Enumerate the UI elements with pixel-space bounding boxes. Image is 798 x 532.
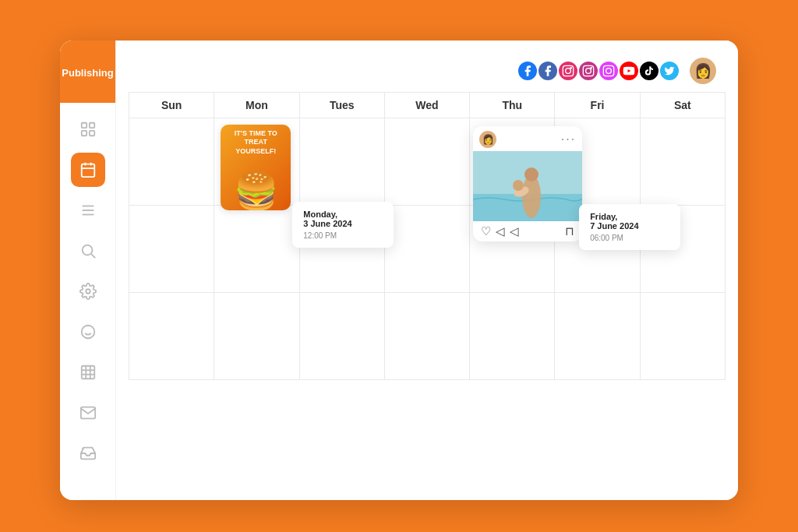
mail-icon xyxy=(79,404,97,421)
svg-rect-1 xyxy=(89,122,94,127)
table-icon xyxy=(79,364,97,381)
svg-rect-3 xyxy=(89,130,94,135)
insta-bookmark-icon[interactable]: ⊓ xyxy=(565,224,574,238)
svg-point-11 xyxy=(82,245,92,255)
food-event-inner: IT'S TIME TOTREATYOURSELF! 🍔 xyxy=(221,125,291,210)
day-cell-wed-3 xyxy=(385,293,470,380)
sidebar-icons xyxy=(71,103,105,500)
svg-rect-4 xyxy=(81,164,94,177)
insta-dots[interactable]: ··· xyxy=(561,133,576,146)
food-event-card[interactable]: IT'S TIME TOTREATYOURSELF! 🍔 xyxy=(221,125,291,210)
svg-point-36 xyxy=(513,180,524,191)
social-avatar-insta2[interactable] xyxy=(577,60,599,82)
search-icon xyxy=(79,242,97,259)
day-cell-mon-2 xyxy=(214,206,299,293)
social-avatar-youtube[interactable] xyxy=(618,60,640,82)
instagram-event-card[interactable]: 👩 ··· xyxy=(473,126,582,241)
svg-rect-22 xyxy=(563,65,573,76)
day-cell-wed-2 xyxy=(385,206,470,293)
calendar-grid: Sun Mon Tues Wed Thu Fri Sat IT'S TIME T… xyxy=(129,92,726,380)
day-cell-tues-1 xyxy=(300,118,385,206)
day-header-sun: Sun xyxy=(129,93,214,118)
day-header-tues: Tues xyxy=(300,93,385,118)
day-header-mon: Mon xyxy=(214,93,299,118)
day-header-thu: Thu xyxy=(470,93,555,118)
content-header: 👩 xyxy=(116,41,738,92)
social-avatar-twitter[interactable] xyxy=(659,60,680,82)
sidebar-item-settings[interactable] xyxy=(71,274,105,308)
header-right: 👩 xyxy=(520,58,716,84)
social-avatar-fb2[interactable] xyxy=(537,60,559,82)
sidebar-item-search[interactable] xyxy=(71,234,105,268)
svg-point-27 xyxy=(591,67,591,68)
day-cell-sun-1 xyxy=(129,118,214,206)
insta-tooltip-day: Friday,7 June 2024 xyxy=(590,212,669,231)
social-avatar-purple[interactable] xyxy=(598,60,620,82)
insta-avatar: 👩 xyxy=(479,131,496,148)
sidebar-item-inbox[interactable] xyxy=(71,436,105,470)
beach-scene-svg xyxy=(473,151,582,221)
insta-actions: ♡ ◁ ◁ ⊓ xyxy=(473,221,582,241)
svg-rect-25 xyxy=(583,65,593,76)
sidebar-item-table[interactable] xyxy=(71,355,105,389)
calendar: Sun Mon Tues Wed Thu Fri Sat IT'S TIME T… xyxy=(116,92,738,500)
sidebar-brand-label: Publishing xyxy=(62,67,113,79)
food-event-text: IT'S TIME TOTREATYOURSELF! xyxy=(225,129,286,157)
day-cell-wed-1 xyxy=(385,118,470,206)
svg-point-13 xyxy=(86,289,90,294)
main-content: 👩 Sun Mon Tues Wed Thu Fri Sat xyxy=(116,41,738,500)
settings-icon xyxy=(79,283,97,300)
insta-image xyxy=(473,151,582,221)
app-container: Publishing xyxy=(60,41,738,500)
food-emoji: 🍔 xyxy=(234,173,278,209)
day-cell-sun-2 xyxy=(129,206,214,293)
svg-rect-2 xyxy=(81,130,86,135)
user-avatar[interactable]: 👩 xyxy=(690,58,716,84)
day-header-fri: Fri xyxy=(555,93,640,118)
food-event-tooltip: Monday,3 June 2024 12:00 PM xyxy=(292,202,394,248)
social-avatar-facebook[interactable] xyxy=(517,60,538,82)
sidebar-item-calendar[interactable] xyxy=(71,153,105,187)
smile-icon xyxy=(79,323,97,340)
social-avatars xyxy=(520,60,680,82)
social-avatar-tiktok[interactable] xyxy=(638,60,660,82)
sidebar-item-smile[interactable] xyxy=(71,315,105,349)
insta-share-icon[interactable]: ◁ xyxy=(510,224,519,238)
svg-rect-17 xyxy=(81,365,94,379)
svg-point-29 xyxy=(606,68,612,73)
sidebar-brand: Publishing xyxy=(60,41,115,103)
svg-point-26 xyxy=(586,68,591,73)
day-header-wed: Wed xyxy=(385,93,470,118)
insta-comment-icon[interactable]: ◁ xyxy=(496,224,505,238)
svg-point-24 xyxy=(570,67,571,68)
grid-icon xyxy=(79,121,97,138)
day-cell-sun-3 xyxy=(129,293,214,380)
day-cell-thu-1: 👩 ··· xyxy=(470,118,555,206)
sidebar: Publishing xyxy=(60,41,116,500)
svg-point-23 xyxy=(566,68,571,73)
instagram-event-tooltip: Friday,7 June 2024 06:00 PM xyxy=(579,204,680,250)
day-cell-sat-1 xyxy=(641,118,726,206)
day-cell-mon-1: IT'S TIME TOTREATYOURSELF! 🍔 Monday,3 Ju… xyxy=(214,118,299,206)
social-avatar-instagram[interactable] xyxy=(557,60,579,82)
svg-point-14 xyxy=(81,325,94,338)
day-header-sat: Sat xyxy=(641,93,726,118)
sidebar-item-list[interactable] xyxy=(71,193,105,227)
svg-point-34 xyxy=(524,167,538,181)
sidebar-item-grid[interactable] xyxy=(71,112,105,146)
inbox-icon xyxy=(79,445,97,462)
svg-rect-28 xyxy=(603,65,613,76)
day-cell-fri-3 xyxy=(555,293,640,380)
day-cell-sat-3 xyxy=(641,293,726,380)
insta-header: 👩 ··· xyxy=(473,126,582,151)
insta-left-icons: ♡ ◁ ◁ xyxy=(481,224,519,238)
insta-tooltip-time: 06:00 PM xyxy=(590,234,669,242)
sidebar-item-mail[interactable] xyxy=(71,396,105,430)
day-cell-mon-3 xyxy=(214,293,299,380)
day-cell-thu-3 xyxy=(470,293,555,380)
food-tooltip-time: 12:00 PM xyxy=(303,231,383,240)
svg-line-12 xyxy=(91,254,95,258)
calendar-icon xyxy=(79,161,97,178)
insta-heart-icon[interactable]: ♡ xyxy=(481,224,491,238)
list-icon xyxy=(79,202,97,219)
